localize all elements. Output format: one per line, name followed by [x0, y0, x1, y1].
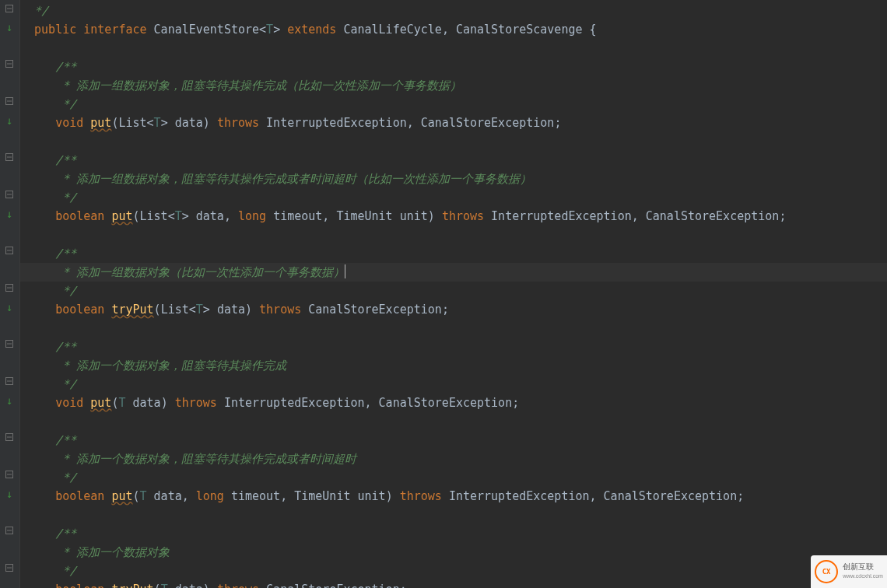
fold-close-icon[interactable]: [4, 470, 15, 481]
code-line[interactable]: [20, 506, 887, 524]
code-line[interactable]: [20, 412, 887, 431]
code-line-current[interactable]: * 添加一组数据对象（比如一次性添加一个事务数据）: [20, 263, 887, 282]
logo-text: 创新互联 www.cdcxhl.com: [843, 562, 883, 581]
editor-gutter: ↓ ↓ ↓ ↓ ↓ ↓: [0, 0, 20, 588]
code-line[interactable]: boolean put(List<T> data, long timeout, …: [20, 207, 887, 226]
fold-open-icon[interactable]: [4, 152, 15, 163]
fold-open-icon[interactable]: [4, 526, 15, 537]
override-down-icon[interactable]: ↓: [4, 22, 15, 33]
code-line[interactable]: boolean put(T data, long timeout, TimeUn…: [20, 487, 887, 506]
code-line[interactable]: */: [20, 95, 887, 114]
code-line[interactable]: [20, 39, 887, 58]
text-cursor: [345, 264, 345, 278]
code-line[interactable]: * 添加一组数据对象，阻塞等待其操作完成或者时间超时（比如一次性添加一个事务数据…: [20, 170, 887, 188]
fold-close-icon[interactable]: [4, 563, 15, 574]
fold-close-icon[interactable]: [4, 283, 15, 294]
code-line[interactable]: /**: [20, 244, 887, 263]
override-down-icon[interactable]: ↓: [4, 395, 15, 406]
code-line[interactable]: */: [20, 282, 887, 300]
fold-close-icon[interactable]: [4, 190, 15, 201]
code-line[interactable]: boolean tryPut(T data) throws CanalStore…: [20, 580, 887, 588]
override-down-icon[interactable]: ↓: [4, 302, 15, 313]
code-line[interactable]: * 添加一个数据对象: [20, 543, 887, 562]
code-line[interactable]: boolean tryPut(List<T> data) throws Cana…: [20, 300, 887, 319]
code-line[interactable]: /**: [20, 431, 887, 450]
fold-close-icon[interactable]: [4, 4, 15, 15]
logo-icon: CX: [815, 560, 838, 583]
fold-close-icon[interactable]: [4, 376, 15, 387]
code-line[interactable]: */: [20, 562, 887, 580]
code-line[interactable]: [20, 319, 887, 338]
override-down-icon[interactable]: ↓: [4, 208, 15, 219]
comment: */: [20, 4, 48, 18]
code-editor[interactable]: */ public interface CanalEventStore<T> e…: [20, 0, 887, 588]
fold-close-icon[interactable]: [4, 96, 15, 107]
fold-open-icon[interactable]: [4, 339, 15, 350]
code-line[interactable]: * 添加一个数据对象，阻塞等待其操作完成或者时间超时: [20, 450, 887, 468]
code-line[interactable]: * 添加一组数据对象，阻塞等待其操作完成（比如一次性添加一个事务数据）: [20, 76, 887, 95]
fold-open-icon[interactable]: [4, 246, 15, 257]
code-line[interactable]: public interface CanalEventStore<T> exte…: [20, 20, 887, 39]
code-line[interactable]: /**: [20, 338, 887, 356]
watermark-logo: CX 创新互联 www.cdcxhl.com: [811, 555, 887, 588]
code-line[interactable]: [20, 132, 887, 151]
code-line[interactable]: [20, 226, 887, 244]
fold-open-icon[interactable]: [4, 432, 15, 443]
override-down-icon[interactable]: ↓: [4, 115, 15, 126]
code-line[interactable]: /**: [20, 151, 887, 170]
code-line[interactable]: */: [20, 2, 887, 20]
code-line[interactable]: /**: [20, 58, 887, 76]
override-down-icon[interactable]: ↓: [4, 488, 15, 499]
fold-open-icon[interactable]: [4, 59, 15, 70]
code-line[interactable]: void put(T data) throws InterruptedExcep…: [20, 394, 887, 412]
code-line[interactable]: * 添加一个数据对象，阻塞等待其操作完成: [20, 356, 887, 375]
code-line[interactable]: */: [20, 375, 887, 394]
code-line[interactable]: */: [20, 188, 887, 207]
code-line[interactable]: /**: [20, 524, 887, 543]
code-line[interactable]: void put(List<T> data) throws Interrupte…: [20, 114, 887, 132]
code-line[interactable]: */: [20, 468, 887, 487]
